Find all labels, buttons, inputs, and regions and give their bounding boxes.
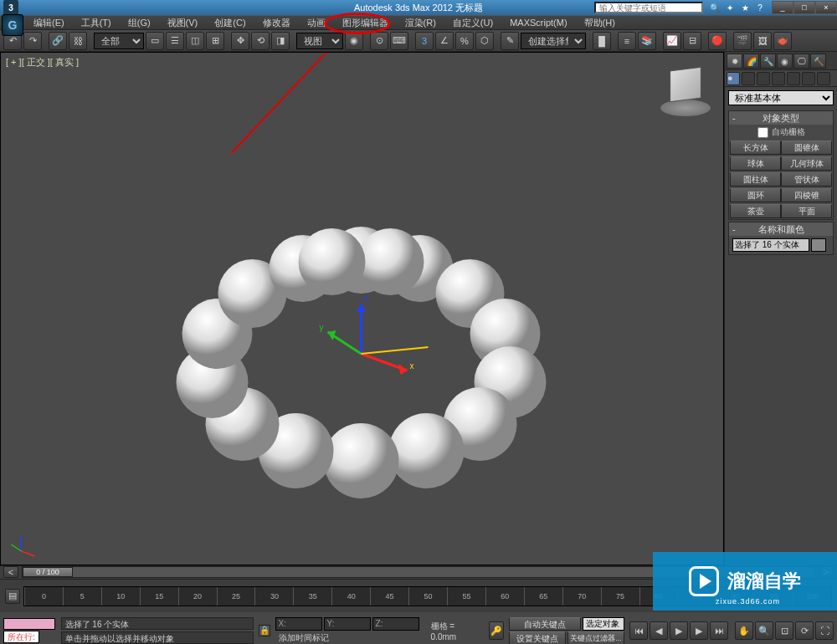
- menu-group[interactable]: 组(G): [120, 15, 159, 30]
- track-button[interactable]: ▤: [5, 589, 20, 604]
- tab-utilities[interactable]: 🔨: [810, 54, 826, 69]
- rotate-button[interactable]: ⟲: [251, 32, 270, 50]
- auto-key-button[interactable]: 自动关键点: [509, 617, 581, 631]
- tab-hierarchy[interactable]: 🔧: [760, 54, 776, 69]
- orbit-button[interactable]: ⟳: [795, 621, 814, 640]
- named-selection-set[interactable]: 创建选择集: [521, 33, 586, 49]
- menu-render[interactable]: 渲染(R): [397, 15, 444, 30]
- menu-view[interactable]: 视图(V): [159, 15, 207, 30]
- add-time-tag[interactable]: 添加时间标记: [275, 632, 419, 644]
- rollout-header-2[interactable]: 名称和颜色: [729, 222, 833, 236]
- menu-modifiers[interactable]: 修改器: [254, 15, 299, 30]
- coord-x[interactable]: X:: [275, 617, 322, 631]
- window-crossing-button[interactable]: ⊞: [206, 32, 224, 50]
- viewcube[interactable]: [656, 61, 715, 120]
- select-button[interactable]: ▭: [146, 32, 164, 50]
- rendered-frame-button[interactable]: 🖼: [753, 32, 772, 50]
- menu-customize[interactable]: 自定义(U): [444, 15, 501, 30]
- info-icon[interactable]: ?: [753, 1, 767, 14]
- rollout-header[interactable]: 对象类型: [729, 111, 833, 125]
- ref-coord-system[interactable]: 视图: [296, 33, 343, 49]
- goto-end-button[interactable]: ⏭: [710, 621, 728, 640]
- coord-z[interactable]: Z:: [372, 617, 419, 631]
- angle-snap-button[interactable]: ∠: [435, 32, 454, 50]
- key-target-select[interactable]: [583, 617, 624, 631]
- prev-frame-button[interactable]: ◀: [650, 621, 668, 640]
- btn-box[interactable]: 长方体: [730, 141, 781, 155]
- curve-editor-button[interactable]: 📈: [663, 32, 681, 50]
- next-frame-button[interactable]: ▶: [690, 621, 708, 640]
- unlink-button[interactable]: ⛓: [69, 32, 87, 50]
- auto-grid-checkbox[interactable]: [757, 127, 768, 138]
- layers-button[interactable]: 📚: [638, 32, 656, 50]
- play-button[interactable]: ▶: [670, 621, 688, 640]
- app-menu-button[interactable]: G: [2, 14, 23, 36]
- edit-named-sel-button[interactable]: ✎: [501, 32, 519, 50]
- menu-create[interactable]: 创建(C): [206, 15, 254, 30]
- btn-teapot[interactable]: 茶壶: [730, 204, 781, 218]
- align-button[interactable]: ≡: [618, 32, 636, 50]
- percent-snap-button[interactable]: %: [455, 32, 474, 50]
- menu-tools[interactable]: 工具(T): [73, 15, 120, 30]
- btn-plane[interactable]: 平面: [781, 204, 832, 218]
- viewport[interactable]: z x y [ + ][ 正交 ][ 真实 ]: [0, 52, 724, 565]
- btn-cylinder[interactable]: 圆柱体: [730, 172, 781, 187]
- tab-create[interactable]: ✹: [727, 54, 742, 69]
- zoom-extents-button[interactable]: ⊡: [775, 621, 793, 640]
- key-filters-button[interactable]: 关键点过滤器...: [567, 631, 624, 644]
- time-slider-thumb[interactable]: 0 / 100: [23, 567, 73, 577]
- menu-edit[interactable]: 编辑(E): [25, 15, 73, 30]
- btn-pyramid[interactable]: 四棱锥: [781, 188, 832, 202]
- keyboard-button[interactable]: ⌨: [390, 32, 408, 50]
- redo-button[interactable]: ↷: [23, 32, 42, 50]
- pan-button[interactable]: ✋: [735, 621, 753, 640]
- btn-sphere[interactable]: 球体: [730, 156, 781, 171]
- manipulate-button[interactable]: ⊙: [370, 32, 388, 50]
- menu-animation[interactable]: 动画: [299, 15, 334, 30]
- category-select[interactable]: 标准基本体: [728, 90, 834, 105]
- btn-geosphere[interactable]: 几何球体: [781, 156, 832, 171]
- script-window[interactable]: [3, 618, 55, 630]
- move-button[interactable]: ✥: [231, 32, 249, 50]
- snap-button[interactable]: 3: [415, 32, 434, 50]
- sub-systems[interactable]: [817, 72, 830, 85]
- sub-geometry[interactable]: ●: [727, 72, 740, 85]
- mirror-button[interactable]: ▐▌: [593, 32, 611, 50]
- search-input[interactable]: [594, 2, 703, 13]
- material-editor-button[interactable]: 🔴: [708, 32, 727, 50]
- schematic-button[interactable]: ⊟: [683, 32, 701, 50]
- close-button[interactable]: ×: [815, 1, 837, 14]
- help-icon[interactable]: ✦: [723, 1, 737, 14]
- sub-helpers[interactable]: [787, 72, 800, 85]
- coord-y[interactable]: Y:: [324, 617, 371, 631]
- viewport-label[interactable]: [ + ][ 正交 ][ 真实 ]: [6, 56, 79, 69]
- sub-lights[interactable]: [757, 72, 770, 85]
- lock-icon[interactable]: 🔒: [259, 625, 270, 636]
- tab-display[interactable]: 🖵: [793, 54, 809, 69]
- sub-shapes[interactable]: [742, 72, 755, 85]
- scale-button[interactable]: ◨: [271, 32, 290, 50]
- maximize-button[interactable]: □: [793, 1, 815, 14]
- render-button[interactable]: 🫖: [773, 32, 792, 50]
- app-icon[interactable]: 3: [3, 0, 18, 15]
- menu-help[interactable]: 帮助(H): [576, 15, 624, 30]
- selection-filter[interactable]: 全部: [94, 33, 144, 49]
- zoom-button[interactable]: 🔍: [755, 621, 773, 640]
- sub-spacewarps[interactable]: [802, 72, 815, 85]
- select-region-button[interactable]: ◫: [186, 32, 204, 50]
- btn-tube[interactable]: 管状体: [781, 172, 832, 187]
- goto-start-button[interactable]: ⏮: [629, 621, 648, 640]
- btn-torus[interactable]: 圆环: [730, 188, 781, 202]
- color-swatch[interactable]: [811, 238, 826, 252]
- spinner-snap-button[interactable]: ⬡: [475, 32, 494, 50]
- search-icon[interactable]: 🔍: [708, 1, 721, 14]
- object-name-input[interactable]: [732, 238, 809, 252]
- tab-motion[interactable]: ◉: [777, 54, 793, 69]
- set-key-button[interactable]: 设置关键点: [509, 631, 566, 644]
- timeline-config-button[interactable]: <: [3, 566, 18, 578]
- sub-cameras[interactable]: [772, 72, 785, 85]
- render-setup-button[interactable]: 🎬: [733, 32, 752, 50]
- menu-maxscript[interactable]: MAXScript(M): [501, 15, 575, 30]
- pivot-button[interactable]: ◉: [345, 32, 363, 50]
- minimize-button[interactable]: _: [772, 1, 793, 14]
